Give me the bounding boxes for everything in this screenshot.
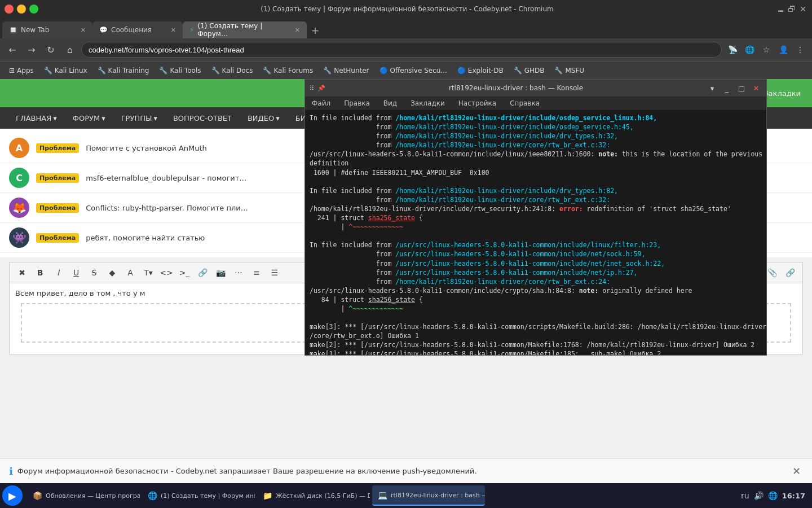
align-btn[interactable]: ≡: [249, 265, 264, 281]
nav-qa[interactable]: ВОПРОС-ОТВЕТ: [166, 111, 239, 126]
notification-close-btn[interactable]: ✕: [790, 463, 803, 479]
nav-video[interactable]: ВИДЕО ▾: [241, 111, 286, 126]
reload-button[interactable]: ↻: [43, 42, 59, 58]
back-button[interactable]: ←: [5, 42, 20, 58]
bookmark-label: Kali Linux: [55, 67, 87, 75]
close-icon[interactable]: ✕: [798, 5, 807, 14]
bookmark-label: Kali Docs: [222, 67, 253, 75]
bookmark-kali-linux[interactable]: 🔧 Kali Linux: [39, 65, 92, 76]
list-btn[interactable]: ☰: [267, 265, 283, 281]
bookmark-apps[interactable]: ⊞ Apps: [5, 65, 38, 76]
terminal-menu-view[interactable]: Вид: [380, 98, 400, 108]
forward-button[interactable]: →: [24, 42, 39, 58]
bookmark-exploit-db[interactable]: 🔵 Exploit-DB: [453, 65, 508, 76]
bookmark-offensive-sec[interactable]: 🔵 Offensive Secu...: [375, 65, 452, 76]
profile-icon[interactable]: 👤: [776, 42, 791, 57]
bookmark-ghdb[interactable]: 🔧 GHDB: [509, 65, 549, 76]
bookmark-nethunter[interactable]: 🔧 NetHunter: [319, 65, 373, 76]
tab-label: New Tab: [21, 26, 49, 34]
new-tab-button[interactable]: +: [307, 21, 324, 38]
post-title[interactable]: Conflicts: ruby-http-parser. Помогите пл…: [86, 204, 248, 212]
bookmark-star-icon[interactable]: ☆: [759, 42, 774, 57]
bookmark-label: Kali Training: [108, 67, 149, 75]
color-btn[interactable]: ◆: [104, 265, 120, 281]
tag-problema: Проблема: [36, 233, 79, 243]
home-button[interactable]: ⌂: [62, 42, 78, 58]
cast-icon[interactable]: 📡: [725, 42, 740, 57]
bookmarks-bar: ⊞ Apps 🔧 Kali Linux 🔧 Kali Training 🔧 Ka…: [0, 61, 812, 79]
taskbar-item-label: Жёсткий диск (16,5 ГиБ) — Dolphin: [276, 492, 370, 500]
nav-groups[interactable]: ГРУППЫ ▾: [114, 111, 164, 126]
taskbar-item-forum[interactable]: 🌐 (1) Создать тему | Форум инфор...: [142, 485, 255, 506]
terminal-menu-help[interactable]: Справка: [506, 98, 543, 108]
strikethrough-btn[interactable]: S: [86, 265, 102, 281]
exploit-db-icon: 🔵: [457, 67, 466, 75]
language-icon[interactable]: ru: [741, 491, 749, 500]
terminal-close-icon[interactable]: ✕: [751, 82, 762, 94]
tab-close-btn[interactable]: ✕: [81, 27, 86, 34]
post-title[interactable]: Помогите с установкой AnMuth: [86, 144, 207, 152]
address-input[interactable]: [81, 42, 722, 58]
terminal-pin-icon[interactable]: 📌: [317, 85, 325, 92]
clear-btn[interactable]: ✖: [14, 265, 30, 281]
nav-forum[interactable]: ФОРУМ ▾: [66, 111, 112, 126]
code-btn[interactable]: <>: [158, 265, 174, 281]
tab-label: Сообщения: [111, 26, 152, 34]
bold-btn[interactable]: B: [32, 265, 48, 281]
window-title: (1) Создать тему | Форум информационной …: [38, 5, 776, 13]
bookmark-kali-training[interactable]: 🔧 Kali Training: [93, 65, 154, 76]
link-insert-btn[interactable]: 🔗: [782, 265, 798, 281]
taskbar-tray: ru 🔊 🌐 16:17: [741, 491, 810, 500]
bookmark-kali-tools[interactable]: 🔧 Kali Tools: [155, 65, 205, 76]
tab-create-topic[interactable]: ⚡ (1) Создать тему | Форум… ✕: [183, 21, 307, 38]
taskbar-item-label: rtl8192eu-linux-driver : bash — Ко...: [391, 492, 485, 499]
tab-messages[interactable]: 💬 Сообщения ✕: [92, 21, 183, 38]
avatar: 🦊: [9, 198, 29, 218]
terminal-menu-file[interactable]: Файл: [308, 98, 334, 108]
post-title[interactable]: msf6-eternalblue_doublepulsar - помогит…: [86, 174, 246, 182]
terminal-menubar: Файл Правка Вид Закладки Настройка Справ…: [305, 97, 766, 110]
system-clock[interactable]: 16:17: [782, 492, 805, 500]
tab-label: (1) Создать тему | Форум…: [197, 22, 291, 38]
post-title[interactable]: ребят, помогите найти статью: [86, 234, 205, 242]
avatar: 👾: [9, 227, 29, 248]
apps-icon: ⊞: [9, 67, 15, 75]
menu-icon[interactable]: ⋮: [793, 42, 807, 57]
terminal-output: In file included from /home/kali/rtl8192…: [310, 114, 766, 355]
taskbar-item-dolphin[interactable]: 📁 Жёсткий диск (16,5 ГиБ) — Dolphin: [257, 485, 370, 506]
link-btn[interactable]: 🔗: [195, 265, 210, 281]
code-block-btn[interactable]: >_: [176, 265, 192, 281]
more-btn[interactable]: ···: [231, 265, 246, 281]
tab-new-tab[interactable]: 🔲 New Tab ✕: [2, 21, 92, 38]
font-color-btn[interactable]: A: [122, 265, 138, 281]
bookmark-kali-docs[interactable]: 🔧 Kali Docs: [207, 65, 258, 76]
nav-home[interactable]: ГЛАВНАЯ ▾: [9, 111, 64, 126]
bookmark-kali-forums[interactable]: 🔧 Kali Forums: [258, 65, 317, 76]
maximize-icon[interactable]: 🗗: [787, 5, 796, 14]
taskbar-item-updates[interactable]: 📦 Обновления — Центр программ ...: [27, 485, 140, 506]
taskbar-item-terminal[interactable]: 💻 rtl8192eu-linux-driver : bash — Ко...: [372, 485, 485, 506]
underline-btn[interactable]: U: [68, 265, 84, 281]
terminal-menu-bookmarks[interactable]: Закладки: [407, 98, 448, 108]
terminal-menu-settings[interactable]: Настройка: [455, 98, 500, 108]
terminal-maximize-icon[interactable]: □: [736, 82, 747, 94]
tab-close-btn[interactable]: ✕: [295, 27, 300, 34]
volume-icon[interactable]: 🔊: [754, 491, 764, 500]
italic-btn[interactable]: I: [50, 265, 66, 281]
terminal-dropdown-icon[interactable]: ▾: [707, 82, 718, 94]
terminal-menu-edit[interactable]: Правка: [341, 98, 373, 108]
terminal-drag-icon: ⠿: [310, 85, 314, 92]
network-icon[interactable]: 🌐: [768, 491, 778, 500]
start-button[interactable]: ▶: [2, 485, 23, 506]
bookmark-label: GHDB: [524, 67, 545, 75]
translate-icon[interactable]: 🌐: [742, 42, 757, 57]
bookmark-msfu[interactable]: 🔧 MSFU: [550, 65, 589, 76]
avatar: C: [9, 168, 29, 188]
font-size-btn[interactable]: T▾: [140, 265, 156, 281]
minimize-icon[interactable]: 🗕: [776, 5, 785, 14]
kali-forums-icon: 🔧: [263, 67, 271, 75]
image-btn[interactable]: 📷: [213, 265, 228, 281]
tab-close-btn[interactable]: ✕: [171, 27, 176, 34]
terminal-body[interactable]: In file included from /home/kali/rtl8192…: [305, 110, 766, 355]
terminal-minimize-icon[interactable]: _: [721, 82, 732, 94]
